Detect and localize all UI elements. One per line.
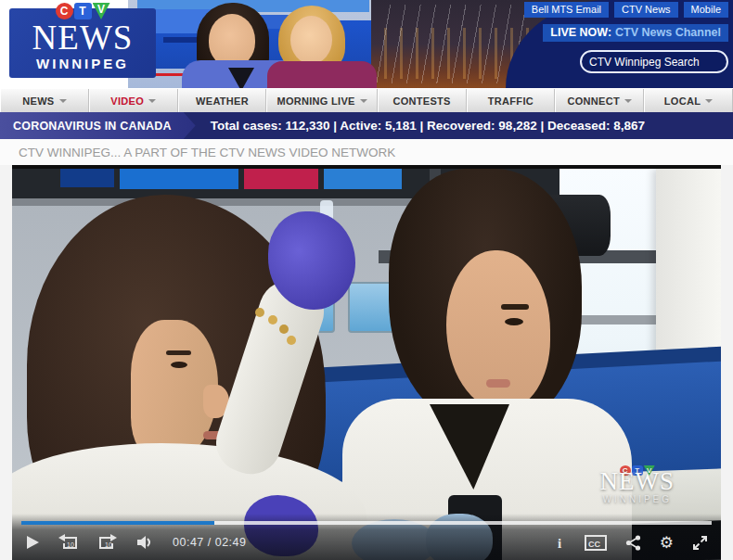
live-now-label: LIVE NOW: xyxy=(550,26,611,39)
ctv-v-badge: V xyxy=(93,3,110,19)
main-navigation: NEWS VIDEO WEATHER MORNING LIVE CONTESTS… xyxy=(0,88,733,112)
watermark-region: WINNIPEG xyxy=(600,494,675,504)
chevron-down-icon xyxy=(705,99,713,103)
rewind-10-icon[interactable]: 10 xyxy=(58,534,79,551)
coronavirus-ticker: CORONAVIRUS IN CANADA Total cases: 112,3… xyxy=(0,112,733,139)
ctv-news-winnipeg-logo[interactable]: C T V NEWS WINNIPEG xyxy=(9,8,156,78)
nav-item-video[interactable]: VIDEO xyxy=(89,89,178,112)
scientist-right-eye xyxy=(505,318,523,325)
nav-item-news[interactable]: NEWS xyxy=(0,89,89,112)
progress-fill xyxy=(21,521,214,525)
shelf-box-blue xyxy=(324,169,402,189)
bell-mts-email-button[interactable]: Bell MTS Email xyxy=(524,2,609,18)
video-network-subheader: CTV WINNIPEG... A PART OF THE CTV NEWS V… xyxy=(0,139,733,165)
scientist-left-eyebrow xyxy=(166,350,191,355)
nav-item-local[interactable]: LOCAL xyxy=(644,89,733,112)
time-display: 00:47 / 02:49 xyxy=(173,536,246,549)
volume-icon[interactable] xyxy=(136,535,154,550)
subheader-text: CTV WINNIPEG... A PART OF THE CTV NEWS V… xyxy=(19,146,395,159)
play-icon[interactable] xyxy=(25,535,40,550)
scientist-right-eyebrow xyxy=(501,304,529,310)
nav-item-morning-live[interactable]: MORNING LIVE xyxy=(266,89,377,112)
ctv-watermark: C T V NEWS WINNIPEG xyxy=(600,465,675,504)
ctv-news-button[interactable]: CTV News xyxy=(614,2,678,18)
control-row: 10 10 00:47 / 02:49 xyxy=(12,528,721,557)
nav-item-traffic[interactable]: TRAFFIC xyxy=(467,89,556,112)
nav-item-connect[interactable]: CONNECT xyxy=(555,89,644,112)
chevron-down-icon xyxy=(59,99,67,103)
scientist-right-lips xyxy=(486,379,510,388)
shelf-box-blue xyxy=(120,169,238,189)
search-input[interactable] xyxy=(589,56,733,69)
nav-item-contests[interactable]: CONTESTS xyxy=(378,89,467,112)
shelf-box-blue xyxy=(60,169,114,187)
svg-text:10: 10 xyxy=(105,541,112,548)
watermark-title: NEWS xyxy=(600,468,675,494)
site-header: C T V NEWS WINNIPEG Bell MTS Email CTV N… xyxy=(0,0,733,88)
settings-icon[interactable]: ⚙ xyxy=(660,535,674,551)
nav-item-weather[interactable]: WEATHER xyxy=(178,89,267,112)
info-icon[interactable]: i xyxy=(557,535,566,550)
progress-bar[interactable] xyxy=(21,521,712,525)
shelf-box-red xyxy=(244,169,318,189)
header-quick-links: Bell MTS Email CTV News Mobile xyxy=(524,2,728,18)
mobile-button[interactable]: Mobile xyxy=(684,2,728,18)
live-now-banner[interactable]: LIVE NOW:CTV News Channel xyxy=(543,24,728,42)
forward-10-icon[interactable]: 10 xyxy=(97,534,118,551)
coronavirus-ticker-label[interactable]: CORONAVIRUS IN CANADA xyxy=(0,112,196,139)
svg-text:CC: CC xyxy=(588,539,600,548)
share-icon[interactable] xyxy=(625,535,641,551)
gold-bracelet xyxy=(255,308,264,317)
logo-title: NEWS xyxy=(9,20,156,56)
live-now-channel-link[interactable]: CTV News Channel xyxy=(615,26,721,39)
news-anchor-right xyxy=(267,6,377,88)
chevron-down-icon xyxy=(360,99,367,103)
logo-region: WINNIPEG xyxy=(9,56,156,71)
ctv-c-badge: C xyxy=(56,3,73,19)
fullscreen-icon[interactable] xyxy=(692,535,708,551)
video-player-region: acer C T V NEWS xyxy=(0,165,733,560)
captions-icon[interactable]: CC xyxy=(585,535,607,551)
video-controls: 10 10 00:47 / 02:49 xyxy=(12,514,721,560)
svg-text:10: 10 xyxy=(67,541,74,548)
ctv-t-badge: T xyxy=(74,3,92,19)
chevron-down-icon xyxy=(148,99,156,103)
purple-glove-raised xyxy=(268,211,355,310)
scientist-left-eye xyxy=(171,362,187,368)
chevron-down-icon xyxy=(624,99,632,103)
svg-text:i: i xyxy=(558,536,561,550)
ctv-brand-icon: C T V xyxy=(9,3,156,19)
video-player[interactable]: acer C T V NEWS xyxy=(12,165,721,560)
coronavirus-stats: Total cases: 112,330 | Active: 5,181 | R… xyxy=(211,119,645,133)
site-search xyxy=(580,50,728,73)
